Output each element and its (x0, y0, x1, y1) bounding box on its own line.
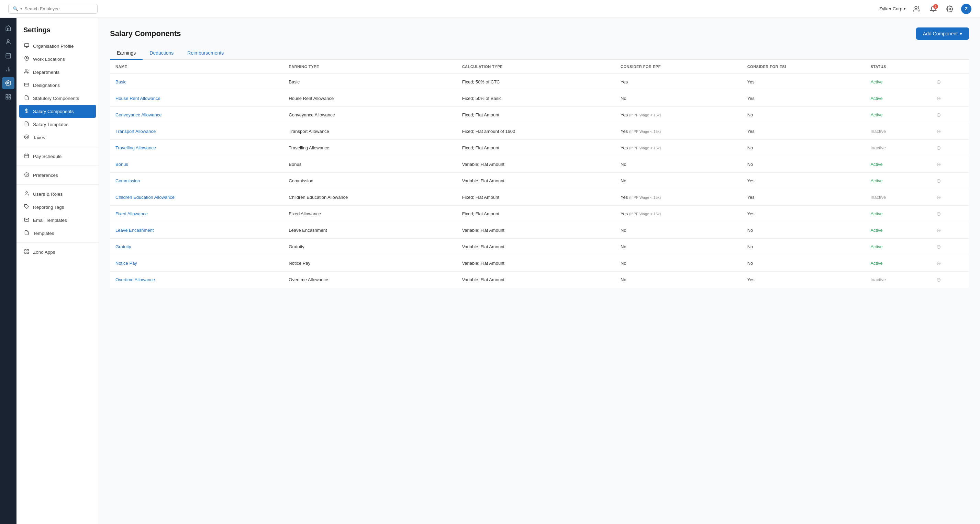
col-earning-type: EARNING TYPE (283, 60, 456, 74)
org-selector[interactable]: Zylker Corp ▾ (879, 6, 906, 11)
cell-name-3[interactable]: Transport Allowance (110, 123, 283, 140)
row-action-icon-8[interactable]: ⊖ (936, 211, 941, 217)
cell-name-5[interactable]: Bonus (110, 156, 283, 173)
component-link-11[interactable]: Notice Pay (115, 260, 137, 266)
cell-name-4[interactable]: Travelling Allowance (110, 140, 283, 156)
component-link-8[interactable]: Fixed Allowance (115, 211, 148, 216)
table-row: Fixed Allowance Fixed Allowance Fixed; F… (110, 206, 969, 222)
row-action-icon-2[interactable]: ⊖ (936, 112, 941, 118)
component-link-4[interactable]: Travelling Allowance (115, 145, 156, 151)
row-action-icon-9[interactable]: ⊖ (936, 227, 941, 233)
row-action-icon-3[interactable]: ⊖ (936, 129, 941, 134)
notification-icon-btn[interactable]: 2 (928, 3, 939, 14)
cell-name-10[interactable]: Gratuity (110, 239, 283, 255)
tab-reimbursements[interactable]: Reimbursements (180, 47, 231, 60)
cell-name-7[interactable]: Children Education Allowance (110, 189, 283, 206)
sidebar-item-salary-components[interactable]: Salary Components (19, 105, 96, 118)
component-link-1[interactable]: House Rent Allowance (115, 96, 161, 101)
rail-apps-icon[interactable] (2, 91, 14, 103)
component-link-6[interactable]: Commission (115, 178, 140, 183)
avatar-icon-btn[interactable]: Z (961, 3, 972, 14)
cell-name-8[interactable]: Fixed Allowance (110, 206, 283, 222)
cell-row-action-12[interactable]: ⊖ (931, 272, 969, 288)
pay-schedule-icon (23, 153, 30, 159)
sidebar-item-work-locations[interactable]: Work Locations (16, 52, 99, 65)
cell-row-action-5[interactable]: ⊖ (931, 156, 969, 173)
cell-name-11[interactable]: Notice Pay (110, 255, 283, 272)
search-dropdown-icon[interactable]: ▾ (20, 6, 22, 11)
rail-person-icon[interactable] (2, 36, 14, 48)
topbar: 🔍 ▾ Zylker Corp ▾ 2 (0, 0, 980, 18)
cell-name-9[interactable]: Leave Encashment (110, 222, 283, 239)
component-link-9[interactable]: Leave Encashment (115, 228, 154, 233)
svg-rect-34 (24, 249, 26, 251)
table-row: Children Education Allowance Children Ed… (110, 189, 969, 206)
sidebar-item-templates[interactable]: Templates (16, 227, 99, 240)
sidebar-label-reporting-tags: Reporting Tags (33, 205, 64, 210)
settings-icon-btn[interactable] (944, 3, 955, 14)
sidebar-title: Settings (16, 23, 99, 40)
search-input[interactable] (24, 6, 93, 11)
cell-row-action-0[interactable]: ⊖ (931, 74, 969, 90)
component-link-7[interactable]: Children Education Allowance (115, 195, 175, 200)
sidebar-item-pay-schedule[interactable]: Pay Schedule (16, 150, 99, 163)
tab-deductions[interactable]: Deductions (143, 47, 180, 60)
row-action-icon-12[interactable]: ⊖ (936, 277, 941, 283)
sidebar-item-preferences[interactable]: Preferences (16, 168, 99, 182)
search-icon: 🔍 (13, 6, 18, 11)
table-row: Basic Basic Fixed; 50% of CTC Yes Yes Ac… (110, 74, 969, 90)
cell-name-12[interactable]: Overtime Allowance (110, 272, 283, 288)
cell-name-2[interactable]: Conveyance Allowance (110, 107, 283, 123)
search-box[interactable]: 🔍 ▾ (8, 4, 98, 14)
cell-status-12: Inactive (865, 272, 931, 288)
cell-row-action-6[interactable]: ⊖ (931, 173, 969, 189)
cell-row-action-9[interactable]: ⊖ (931, 222, 969, 239)
sidebar-item-departments[interactable]: Departments (16, 65, 99, 79)
cell-name-0[interactable]: Basic (110, 74, 283, 90)
sidebar-item-designations[interactable]: Designations (16, 79, 99, 92)
table-row: House Rent Allowance House Rent Allowanc… (110, 90, 969, 107)
cell-row-action-11[interactable]: ⊖ (931, 255, 969, 272)
cell-row-action-3[interactable]: ⊖ (931, 123, 969, 140)
component-link-2[interactable]: Conveyance Allowance (115, 112, 162, 118)
tab-earnings[interactable]: Earnings (110, 47, 143, 60)
add-component-button[interactable]: Add Component ▾ (916, 27, 969, 40)
cell-row-action-7[interactable]: ⊖ (931, 189, 969, 206)
cell-row-action-1[interactable]: ⊖ (931, 90, 969, 107)
row-action-icon-10[interactable]: ⊖ (936, 244, 941, 249)
rail-settings-icon[interactable] (2, 77, 14, 89)
sidebar-item-email-templates[interactable]: Email Templates (16, 214, 99, 227)
component-link-12[interactable]: Overtime Allowance (115, 277, 155, 282)
component-link-10[interactable]: Gratuity (115, 244, 131, 249)
row-action-icon-4[interactable]: ⊖ (936, 145, 941, 151)
cell-row-action-10[interactable]: ⊖ (931, 239, 969, 255)
sidebar-item-users-roles[interactable]: Users & Roles (16, 187, 99, 200)
salary-templates-icon (23, 121, 30, 127)
topbar-left: 🔍 ▾ (8, 4, 98, 14)
component-link-5[interactable]: Bonus (115, 162, 128, 167)
sidebar-item-reporting-tags[interactable]: Reporting Tags (16, 200, 99, 214)
row-action-icon-11[interactable]: ⊖ (936, 260, 941, 266)
people-icon-btn[interactable] (911, 3, 922, 14)
row-action-icon-5[interactable]: ⊖ (936, 161, 941, 167)
cell-calc-type-3: Fixed; Flat amount of 1600 (457, 123, 615, 140)
row-action-icon-6[interactable]: ⊖ (936, 178, 941, 184)
sidebar-item-zoho-apps[interactable]: Zoho Apps (16, 246, 99, 259)
row-action-icon-7[interactable]: ⊖ (936, 194, 941, 200)
rail-calendar-icon[interactable] (2, 49, 14, 62)
cell-name-1[interactable]: House Rent Allowance (110, 90, 283, 107)
component-link-3[interactable]: Transport Allowance (115, 129, 156, 134)
rail-chart-icon[interactable] (2, 63, 14, 76)
cell-name-6[interactable]: Commission (110, 173, 283, 189)
cell-row-action-8[interactable]: ⊖ (931, 206, 969, 222)
sidebar-item-taxes[interactable]: Taxes (16, 131, 99, 144)
component-link-0[interactable]: Basic (115, 79, 126, 84)
row-action-icon-0[interactable]: ⊖ (936, 79, 941, 85)
cell-row-action-2[interactable]: ⊖ (931, 107, 969, 123)
rail-home-icon[interactable] (2, 22, 14, 34)
sidebar-item-statutory-components[interactable]: Statutory Components (16, 92, 99, 105)
cell-row-action-4[interactable]: ⊖ (931, 140, 969, 156)
sidebar-item-salary-templates[interactable]: Salary Templates (16, 118, 99, 131)
row-action-icon-1[interactable]: ⊖ (936, 95, 941, 101)
sidebar-item-org-profile[interactable]: Organisation Profile (16, 40, 99, 52)
